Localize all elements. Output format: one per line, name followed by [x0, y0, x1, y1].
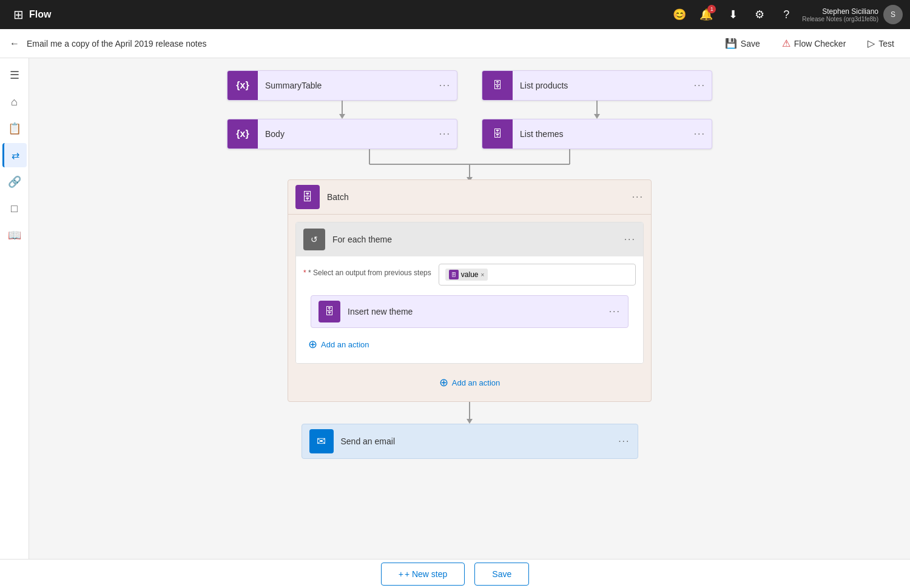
summary-table-more[interactable]: ···: [433, 80, 457, 91]
list-themes-more[interactable]: ···: [688, 129, 712, 139]
sidebar-item-home[interactable]: ⌂: [2, 90, 27, 114]
menu-icon: ☰: [10, 68, 19, 82]
notification-icon-button[interactable]: 🔔 1: [695, 4, 717, 25]
test-button[interactable]: ▷ Test: [861, 34, 900, 53]
download-icon-button[interactable]: ⬇: [722, 4, 744, 25]
send-email-more[interactable]: ···: [618, 436, 630, 447]
clipboard-icon: 📋: [8, 122, 21, 135]
foreach-input-row: * * Select an output from previous steps…: [303, 264, 636, 286]
svg-marker-4: [467, 177, 473, 179]
nav-icons: 😊 🔔 1 ⬇ ⚙ ? Stephen Siciliano Release No…: [669, 4, 903, 25]
list-themes-label: List themes: [513, 129, 688, 139]
body-more[interactable]: ···: [433, 129, 457, 139]
send-email-node[interactable]: ✉ Send an email ···: [302, 424, 638, 459]
back-button[interactable]: ←: [10, 38, 19, 49]
body-icon-area: {x}: [228, 119, 258, 149]
foreach-input-label: * * Select an output from previous steps: [303, 264, 431, 277]
db-icon: 🗄: [493, 80, 502, 91]
list-themes-icon-area: 🗄: [482, 119, 513, 149]
sidebar-item-flow[interactable]: ⇄: [2, 143, 27, 167]
db-icon-2: 🗄: [493, 129, 502, 139]
batch-node[interactable]: 🗄 Batch ··· ↺ For each theme ···: [288, 179, 652, 402]
add-action-outer-button[interactable]: ⊕ Add an action: [288, 371, 651, 394]
value-tag-db-icon: 🗄: [449, 270, 459, 279]
curly-brace-icon: {x}: [236, 80, 249, 91]
right-branch: 🗄 List products ··· 🗄: [482, 70, 712, 149]
sub-toolbar: ← Email me a copy of the April 2019 rele…: [0, 29, 910, 58]
avatar: S: [883, 5, 903, 24]
list-themes-node[interactable]: 🗄 List themes ···: [482, 119, 712, 149]
foreach-header[interactable]: ↺ For each theme ···: [296, 222, 643, 256]
main-layout: ☰ ⌂ 📋 ⇄ 🔗 □ 📖: [0, 58, 910, 559]
list-products-more[interactable]: ···: [688, 80, 712, 91]
grid-icon-button[interactable]: ⊞: [7, 4, 29, 25]
merge-svg: [269, 149, 670, 179]
notification-badge: 1: [707, 5, 716, 13]
foreach-input-field[interactable]: 🗄 value ×: [439, 264, 636, 286]
send-email-label: Send an email: [341, 436, 619, 446]
body-label: Body: [258, 129, 433, 139]
value-tag-remove[interactable]: ×: [480, 272, 484, 278]
batch-more[interactable]: ···: [632, 192, 644, 202]
email-icon: ✉: [309, 429, 334, 453]
summary-table-node[interactable]: {x} SummaryTable ···: [227, 70, 457, 101]
sidebar-item-book[interactable]: 📖: [2, 223, 27, 247]
insert-more[interactable]: ···: [609, 306, 621, 317]
sidebar-item-menu[interactable]: ☰: [2, 63, 27, 87]
connector-left-1: [339, 101, 345, 119]
home-icon: ⌂: [11, 96, 18, 109]
flow-checker-button[interactable]: ⚠ Flow Checker: [776, 34, 852, 53]
save-bottom-button[interactable]: Save: [474, 563, 529, 586]
insert-label: Insert new theme: [348, 307, 609, 316]
flow-container: {x} SummaryTable ··· {x}: [41, 70, 898, 477]
sidebar-item-box[interactable]: □: [2, 196, 27, 221]
body-node[interactable]: {x} Body ···: [227, 119, 457, 149]
help-icon: ?: [783, 8, 789, 21]
help-icon-button[interactable]: ?: [775, 4, 797, 25]
insert-db-icon: 🗄: [325, 306, 334, 317]
foreach-body: * * Select an output from previous steps…: [296, 256, 643, 363]
add-action-outer-icon: ⊕: [439, 376, 448, 389]
toolbar-actions: 💾 Save ⚠ Flow Checker ▷ Test: [719, 34, 900, 53]
connector-batch-email: [467, 402, 473, 424]
insert-new-theme-node[interactable]: 🗄 Insert new theme ···: [311, 295, 629, 328]
new-step-button[interactable]: + + New step: [381, 563, 465, 586]
list-products-icon-area: 🗄: [482, 71, 513, 100]
value-tag-label: value: [461, 270, 479, 279]
list-products-label: List products: [513, 81, 688, 90]
user-name: Stephen Siciliano: [802, 7, 878, 16]
summary-table-label: SummaryTable: [258, 81, 433, 90]
foreach-label: For each theme: [332, 235, 624, 244]
app-title: Flow: [29, 9, 51, 20]
foreach-container: ↺ For each theme ··· * * Select an outpu…: [295, 222, 644, 364]
list-products-node[interactable]: 🗄 List products ···: [482, 70, 712, 101]
sidebar-item-link[interactable]: 🔗: [2, 170, 27, 194]
foreach-icon: ↺: [303, 229, 325, 250]
foreach-more[interactable]: ···: [624, 234, 636, 245]
top-nav: ⊞ Flow 😊 🔔 1 ⬇ ⚙ ? Stephen Siciliano Rel…: [0, 0, 910, 29]
merge-connector: [269, 149, 670, 179]
test-icon: ▷: [868, 38, 875, 49]
email-envelope-icon: ✉: [317, 435, 326, 448]
grid-icon: ⊞: [13, 7, 24, 22]
flow-checker-icon: ⚠: [782, 38, 790, 49]
emoji-icon: 😊: [673, 8, 686, 21]
summary-table-icon-area: {x}: [228, 71, 258, 100]
foreach-loop-icon: ↺: [311, 235, 318, 244]
settings-icon-button[interactable]: ⚙: [749, 4, 770, 25]
save-button[interactable]: 💾 Save: [719, 34, 766, 53]
back-icon: ←: [10, 38, 19, 48]
save-icon: 💾: [725, 38, 737, 49]
link-icon: 🔗: [8, 175, 21, 189]
emoji-icon-button[interactable]: 😊: [669, 4, 690, 25]
insert-icon: 🗄: [318, 301, 340, 322]
gear-icon: ⚙: [755, 8, 764, 21]
add-action-inner-icon: ⊕: [308, 338, 317, 351]
required-star: *: [303, 269, 308, 277]
batch-db-icon: 🗄: [302, 191, 313, 204]
batch-label: Batch: [327, 192, 632, 202]
add-action-inner-button[interactable]: ⊕ Add an action: [303, 333, 374, 356]
sidebar-item-clipboard[interactable]: 📋: [2, 116, 27, 141]
book-icon: 📖: [8, 229, 21, 242]
new-step-icon: +: [399, 569, 403, 579]
